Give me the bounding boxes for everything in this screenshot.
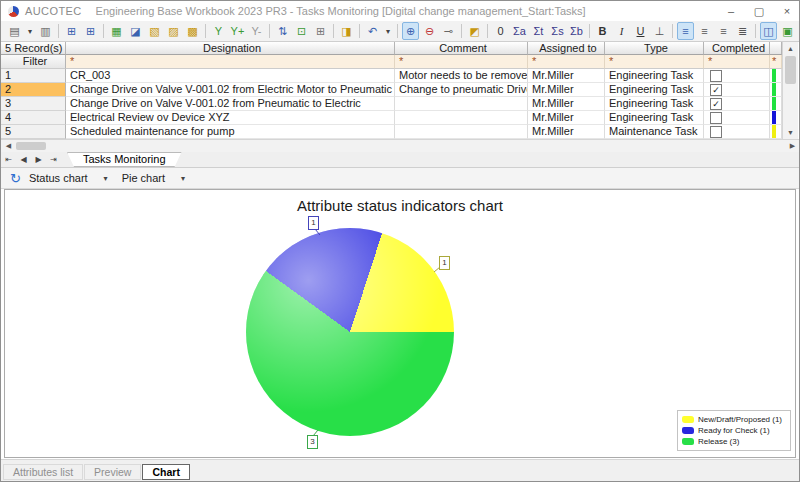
cell-comment[interactable]: Motor needs to be removed	[395, 69, 528, 83]
completed-checkbox[interactable]	[710, 126, 722, 138]
completed-checkbox[interactable]: ✓	[710, 84, 722, 96]
cell-assigned-to[interactable]: Mr.Miller	[528, 69, 605, 83]
cell-type[interactable]: Engineering Task	[605, 97, 704, 111]
cell-designation[interactable]: Electrical Review ov Device XYZ	[66, 111, 395, 125]
maximize-button[interactable]: ▢	[745, 2, 773, 21]
bold-icon[interactable]: B	[594, 22, 611, 40]
row-header[interactable]: 1	[1, 69, 66, 83]
column-header-type[interactable]: Type	[605, 42, 704, 55]
completed-checkbox[interactable]	[710, 112, 722, 124]
zoom-remove-icon[interactable]: ⊖	[421, 22, 438, 40]
zero-values-icon[interactable]: 0	[492, 22, 509, 40]
filter-input-comment[interactable]: *	[395, 55, 528, 69]
undo-icon[interactable]: ↶	[364, 22, 381, 40]
filter-button[interactable]: Filter	[1, 55, 66, 69]
insert-table-alt-icon[interactable]: ⊞	[82, 22, 99, 40]
scroll-up-icon[interactable]: ▲	[783, 42, 798, 55]
table-horizontal-scrollbar[interactable]: ◀ ▶	[1, 139, 800, 152]
table-row[interactable]: 3 Change Drive on Valve V-001.02 from Pn…	[1, 97, 782, 111]
grid-icon[interactable]: ⊞	[312, 22, 329, 40]
completed-checkbox[interactable]: ✓	[710, 98, 722, 110]
filter-input-designation[interactable]: *	[66, 55, 395, 69]
insert-table-icon[interactable]: ⊞	[63, 22, 80, 40]
scroll-down-icon[interactable]: ▼	[783, 126, 798, 139]
filter-input-type[interactable]: *	[605, 55, 704, 69]
print-icon[interactable]: ▥	[37, 22, 54, 40]
refresh-sheet-icon[interactable]: ◪	[127, 22, 144, 40]
paste-icon[interactable]: ▤	[6, 22, 23, 40]
filter-input-status[interactable]: *	[770, 55, 782, 69]
cell-designation[interactable]: Change Drive on Valve V-001.02 from Elec…	[66, 83, 395, 97]
tab-preview[interactable]: Preview	[84, 464, 141, 480]
scroll-left-icon[interactable]: ◀	[2, 140, 15, 152]
justify-icon[interactable]: ≣	[734, 22, 751, 40]
sheet-tab-tasks-monitoring[interactable]: Tasks Monitoring	[67, 152, 182, 167]
apply-format-icon[interactable]: ◩	[466, 22, 483, 40]
row-header[interactable]: 4	[1, 111, 66, 125]
last-sheet-icon[interactable]: ⇥	[46, 153, 61, 167]
cell-assigned-to[interactable]: Mr.Miller	[528, 97, 605, 111]
cell-designation[interactable]: CR_003	[66, 69, 395, 83]
underline-icon[interactable]: U	[632, 22, 649, 40]
filter-input-completed[interactable]: *	[704, 55, 770, 69]
next-sheet-icon[interactable]: ▶	[31, 153, 46, 167]
row-header[interactable]: 5	[1, 125, 66, 139]
pin-icon[interactable]: ⊸	[440, 22, 457, 40]
align-bottom-icon[interactable]: ⊥	[651, 22, 668, 40]
cell-assigned-to[interactable]: Mr.Miller	[528, 83, 605, 97]
hierarchy-icon[interactable]: ◫	[760, 22, 777, 40]
vertical-scroll-thumb[interactable]	[785, 56, 796, 84]
cell-type[interactable]: Maintenance Task	[605, 125, 704, 139]
tab-attributes-list[interactable]: Attributes list	[3, 464, 83, 480]
close-button[interactable]: ×	[773, 2, 800, 21]
edit-sheet-3-icon[interactable]: ▩	[184, 22, 201, 40]
align-right-icon[interactable]: ≡	[715, 22, 732, 40]
chart-style-select[interactable]: Pie chart ▾	[122, 172, 185, 184]
edit-sheet-2-icon[interactable]: ▨	[165, 22, 182, 40]
undo-dropdown-icon[interactable]: ▾	[383, 22, 393, 40]
cell-designation[interactable]: Scheduled maintenance for pump	[66, 125, 395, 139]
sum-block-icon[interactable]: Σb	[568, 22, 585, 40]
align-center-icon[interactable]: ≡	[696, 22, 713, 40]
cell-comment[interactable]	[395, 97, 528, 111]
completed-checkbox[interactable]	[710, 70, 722, 82]
cell-designation[interactable]: Change Drive on Valve V-001.02 from Pneu…	[66, 97, 395, 111]
cell-assigned-to[interactable]: Mr.Miller	[528, 125, 605, 139]
prev-sheet-icon[interactable]: ◀	[16, 153, 31, 167]
align-left-icon[interactable]: ≡	[677, 22, 694, 40]
row-header[interactable]: 3	[1, 97, 66, 111]
column-header-comment[interactable]: Comment	[395, 42, 528, 55]
edit-sheet-icon[interactable]: ▧	[146, 22, 163, 40]
cell-comment[interactable]	[395, 111, 528, 125]
cell-type[interactable]: Engineering Task	[605, 111, 704, 125]
table-row[interactable]: 2 Change Drive on Valve V-001.02 from El…	[1, 83, 782, 97]
minimize-button[interactable]: –	[717, 2, 745, 21]
zoom-icon[interactable]: ⊕	[402, 22, 419, 40]
column-header-designation[interactable]: Designation	[66, 42, 395, 55]
tab-chart[interactable]: Chart	[142, 464, 189, 480]
italic-icon[interactable]: I	[613, 22, 630, 40]
cell-assigned-to[interactable]: Mr.Miller	[528, 111, 605, 125]
column-header-assigned-to[interactable]: Assigned to	[528, 42, 605, 55]
table-vertical-scrollbar[interactable]: ▲ ▼	[782, 42, 798, 139]
cell-comment[interactable]: Change to pneumatic Drive	[395, 83, 528, 97]
pie[interactable]	[246, 228, 454, 436]
table-row[interactable]: 5 Scheduled maintenance for pump Mr.Mill…	[1, 125, 782, 139]
filter-input-assigned-to[interactable]: *	[528, 55, 605, 69]
sum-all-icon[interactable]: Σa	[511, 22, 528, 40]
column-header-completed[interactable]: Completed	[704, 42, 770, 55]
cell-type[interactable]: Engineering Task	[605, 83, 704, 97]
filter-icon[interactable]: Y	[210, 22, 227, 40]
sort-icon[interactable]: ⇅	[274, 22, 291, 40]
refresh-chart-icon[interactable]: ↻	[10, 171, 21, 186]
worksheet-icon[interactable]: ▦	[108, 22, 125, 40]
table-row[interactable]: 1 CR_003 Motor needs to be removed Mr.Mi…	[1, 69, 782, 83]
filter-add-icon[interactable]: Y+	[229, 22, 246, 40]
row-header[interactable]: 2	[1, 83, 66, 97]
filter-clear-icon[interactable]: Y-	[248, 22, 265, 40]
paste-dropdown-icon[interactable]: ▾	[25, 22, 35, 40]
first-sheet-icon[interactable]: ⇤	[1, 153, 16, 167]
cell-type[interactable]: Engineering Task	[605, 69, 704, 83]
cell-comment[interactable]	[395, 125, 528, 139]
export-table-icon[interactable]: ⊡	[293, 22, 310, 40]
